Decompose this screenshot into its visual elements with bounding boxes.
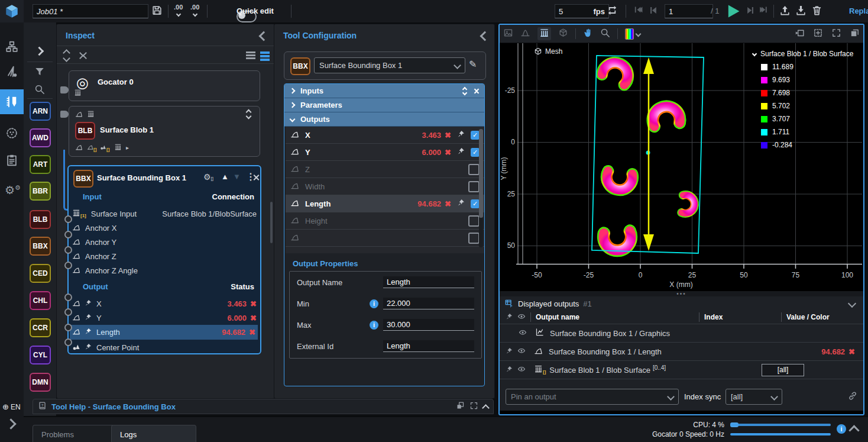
anchor-z-angle-row[interactable]: Anchor Z Angle [72, 263, 257, 278]
do-row-length[interactable]: Surface Bounding Box 1 / Length 94.682 ✖ [500, 343, 863, 361]
surface-output-icon[interactable] [74, 89, 82, 98]
acquisition-icon[interactable] [5, 65, 18, 80]
increase-decimals-button[interactable]: .00 [190, 4, 199, 17]
output-y-socket[interactable] [64, 308, 72, 316]
search-tools-icon[interactable] [34, 84, 45, 96]
output-enabled-checkbox[interactable]: ✓ [471, 131, 480, 140]
pin-icon[interactable] [85, 299, 92, 308]
tc-output-x-row[interactable]: X 3.463 ✖ ✓ [286, 127, 484, 144]
pin-icon[interactable] [506, 366, 513, 375]
bounding-box-card[interactable]: BBX Surface Bounding Box 1 ⚙[] ▲ ▼ ⋮ Inp… [67, 165, 261, 354]
language-selector[interactable]: ⊕ EN [2, 402, 21, 411]
pin-icon[interactable] [506, 347, 513, 356]
external-id-input[interactable] [383, 340, 474, 352]
tool-badge-art[interactable]: ART [30, 155, 51, 174]
card-collapse-toggle[interactable] [247, 110, 251, 118]
output-enabled-checkbox[interactable] [468, 233, 480, 244]
expand-help-icon[interactable] [469, 401, 478, 412]
tool-badge-awd[interactable]: AWD [30, 128, 51, 147]
outputs-section-header[interactable]: Outputs [284, 112, 484, 127]
move-up-icon[interactable]: ▲ [221, 172, 229, 181]
output-enabled-checkbox[interactable]: ✓ [471, 199, 480, 208]
import-button[interactable] [795, 5, 807, 18]
anchor-y-row[interactable]: Anchor Y [72, 235, 257, 249]
mesh-view-icon[interactable] [558, 28, 568, 40]
output-length-socket[interactable] [64, 324, 72, 331]
tc-output-width-row[interactable]: Width [286, 178, 484, 195]
multi-view-icon[interactable] [850, 28, 860, 40]
pan-hand-icon[interactable] [583, 28, 593, 40]
tc-output-height-row[interactable]: Height [286, 212, 484, 230]
fps-field[interactable]: 5 fps [555, 4, 609, 18]
pin-icon[interactable] [85, 328, 92, 337]
info-icon[interactable]: i [370, 321, 378, 330]
output-name-input[interactable] [383, 276, 474, 288]
eye-icon[interactable] [517, 347, 526, 357]
tool-selector-dropdown[interactable]: Surface Bounding Box 1 [314, 57, 465, 73]
output-x-socket[interactable] [64, 293, 72, 301]
eye-icon[interactable] [517, 365, 526, 375]
job-name-input[interactable] [33, 4, 148, 18]
tool-badge-bbx[interactable]: BBX [30, 237, 51, 256]
tool-badge-chl[interactable]: CHL [30, 291, 51, 310]
tc-output-y-row[interactable]: Y 6.000 ✖ ✓ [286, 144, 484, 161]
info-icon[interactable]: i [370, 299, 378, 308]
gocator-card[interactable]: ◎ Gocator 0 [69, 70, 260, 101]
collapse-all-button[interactable] [80, 50, 86, 61]
anchor-z-socket[interactable] [64, 246, 72, 254]
tc-output-z-row[interactable]: Z [286, 161, 484, 178]
move-down-icon[interactable]: ▼ [233, 172, 241, 181]
colormap-palette-dropdown[interactable] [625, 28, 640, 40]
sections-expand-icon[interactable] [463, 88, 467, 95]
skip-last-frame-button[interactable] [759, 6, 769, 17]
pin-icon[interactable] [457, 130, 465, 140]
index-sync-dropdown[interactable]: [all] [726, 389, 782, 405]
output-enabled-checkbox[interactable] [468, 215, 480, 227]
models-icon[interactable] [5, 127, 18, 141]
anchor-input-icon[interactable] [75, 110, 83, 120]
decrease-decimals-button[interactable]: .00 [174, 4, 183, 17]
skip-first-frame-button[interactable] [634, 6, 644, 17]
sections-collapse-icon[interactable] [475, 88, 478, 95]
chevron-up-icon[interactable] [482, 404, 490, 412]
outputs-scrollbar[interactable] [479, 129, 483, 247]
blob-out-surface-icon[interactable] [114, 143, 122, 153]
eye-icon[interactable] [519, 328, 527, 338]
anchor-z-row[interactable]: Anchor Z [72, 249, 257, 263]
surface-view-icon-active[interactable] [537, 27, 551, 40]
tc-output-clipped-row[interactable] [286, 230, 484, 247]
blob-out-array1-icon[interactable]: [] [87, 143, 96, 153]
anchor-y-socket[interactable] [64, 231, 72, 238]
output-y-row[interactable]: Y 6.000 ✖ [72, 311, 257, 325]
reports-icon[interactable] [5, 154, 18, 169]
expand-rail-button[interactable] [7, 420, 15, 430]
mesh-indicator[interactable]: Mesh [534, 47, 562, 56]
blob-out-array2-icon[interactable]: [] [100, 143, 109, 153]
legend-collapse-icon[interactable] [752, 51, 757, 56]
compact-view-button-active[interactable] [260, 51, 270, 61]
pin-icon[interactable] [85, 314, 92, 322]
fit-region-icon[interactable] [813, 28, 823, 40]
tool-badge-cyl[interactable]: CYL [30, 346, 51, 364]
output-enabled-checkbox[interactable] [468, 181, 480, 192]
next-frame-button[interactable] [746, 6, 754, 17]
anchor-z-angle-socket[interactable] [64, 262, 72, 269]
expand-log-chevron[interactable] [848, 425, 859, 435]
tool-badge-dmn[interactable]: DMN [30, 373, 51, 392]
index-value-input[interactable]: [all] [762, 364, 804, 376]
pin-icon[interactable] [457, 147, 465, 157]
max-input[interactable] [383, 319, 474, 331]
anchor-x-socket[interactable] [64, 215, 72, 223]
rename-tool-pencil-icon[interactable]: ✎ [469, 59, 477, 70]
tool-badge-blb[interactable]: BLB [30, 210, 51, 229]
tc-output-length-row-selected[interactable]: Length 94.682 ✖ ✓ [286, 195, 484, 212]
parameters-section-header[interactable]: Parameters [284, 98, 484, 112]
output-center-socket[interactable] [64, 338, 72, 346]
tool-badge-ccr[interactable]: CCR [30, 318, 51, 337]
surface-input-icon[interactable] [87, 110, 95, 120]
blob-out-more-icon[interactable]: ▸ [126, 144, 129, 151]
do-row-graphics[interactable]: Surface Bounding Box 1 / Graphics [500, 324, 863, 343]
zoom-magnifier-icon[interactable] [600, 28, 610, 40]
output-enabled-checkbox[interactable]: ✓ [471, 148, 480, 157]
inspect-scrollbar-thumb[interactable] [270, 202, 273, 243]
